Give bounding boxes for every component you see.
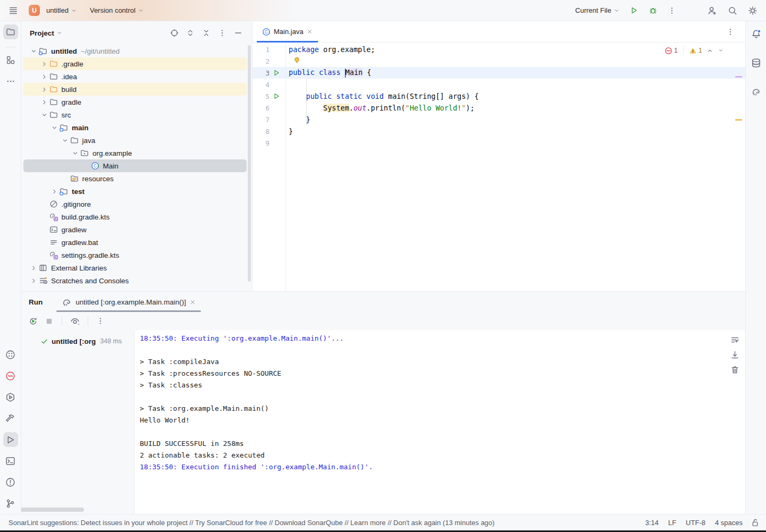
terminal-tool-button[interactable] [3,453,18,468]
tree-item-build-gradle-kts[interactable]: Kbuild.gradle.kts [23,210,247,223]
prev-problem-button[interactable] [706,47,713,54]
vcs-widget[interactable]: Version control [87,3,147,19]
tree-chevron-icon[interactable] [60,137,70,144]
hide-panel-button[interactable] [234,29,242,37]
more-tool-windows-button[interactable] [3,74,18,89]
run-tab[interactable]: untitled [:org.example.Main.main()] [56,292,201,312]
tree-item-build[interactable]: build [23,83,247,96]
indent-widget[interactable]: 4 spaces [710,518,747,528]
code-editor[interactable]: 1package org.example;23public class Main… [252,43,745,291]
tree-chevron-icon[interactable] [39,99,49,106]
code-line-5[interactable]: 5 public static void main(String[] args)… [252,90,745,102]
tree-chevron-icon[interactable] [39,86,49,93]
tree-chevron-icon[interactable] [49,188,60,195]
tree-item-scratches-and-consoles[interactable]: Scratches and Consoles [23,274,247,287]
line-separator-widget[interactable]: LF [663,518,681,528]
inspections-widget[interactable]: 1 1 [664,46,724,55]
panel-options-button[interactable] [218,29,226,37]
expand-all-button[interactable] [186,29,195,37]
run-button[interactable] [626,3,642,19]
encoding-widget[interactable]: UTF-8 [681,518,710,528]
tree-chevron-icon[interactable] [39,112,49,119]
main-menu-button[interactable] [5,3,21,19]
tree-chevron-icon[interactable] [70,150,80,157]
run-line-button[interactable] [270,69,283,77]
run-tree-item[interactable]: untitled [:org 348 ms [21,334,134,348]
error-count[interactable]: 1 [664,47,678,55]
code-line-6[interactable]: 6 System.out.println("Hello World!"); [252,102,745,114]
tree-item-src[interactable]: src [23,108,247,121]
tree-chevron-icon[interactable] [29,277,39,284]
tree-chevron-icon[interactable] [49,124,60,131]
run-options-button[interactable] [96,317,105,325]
gradle-tool-button[interactable] [748,84,763,99]
tree-item--idea[interactable]: .idea [23,70,247,83]
code-line-4[interactable]: 4 [252,79,745,90]
sonarlint-message[interactable]: SonarLint suggestions: Detect issues in … [9,519,494,527]
close-icon[interactable] [307,29,313,35]
tree-chevron-icon[interactable] [39,61,49,67]
debug-button[interactable] [645,3,661,19]
tree-chevron-icon[interactable] [29,48,39,55]
search-everywhere-button[interactable] [725,3,740,19]
tree-item-test[interactable]: test [23,185,247,198]
more-actions-button[interactable] [664,3,680,19]
run-tree-hscrollbar[interactable] [21,508,84,512]
project-tree-scrollbar[interactable] [248,45,251,282]
tree-item-settings-gradle-kts[interactable]: Ksettings.gradle.kts [23,249,247,261]
clear-console-button[interactable] [730,365,739,374]
scrollbar-mark[interactable] [735,76,742,78]
problems-tool-button[interactable] [3,475,18,489]
tree-item-main[interactable]: CMain [23,159,247,172]
warning-count[interactable]: 1 [689,47,702,55]
collapse-all-button[interactable] [202,29,211,37]
invite-user-button[interactable] [704,3,720,19]
readonly-lock-button[interactable] [751,518,760,527]
next-problem-button[interactable] [718,47,724,54]
coverage-tool-button[interactable] [3,347,18,362]
run-line-button[interactable] [270,92,283,100]
close-icon[interactable] [190,299,196,305]
structure-tool-button[interactable] [3,53,18,67]
stop-button[interactable] [45,317,54,326]
run-config-selector[interactable]: Current File [573,3,622,19]
project-view-selector[interactable]: Project [30,29,63,37]
filter-button[interactable] [70,316,80,326]
tree-item-external-libraries[interactable]: External Libraries [23,261,247,274]
tree-item-untitled[interactable]: untitled~/git/untitled [23,45,247,57]
tree-item--gradle[interactable]: .gradle [23,57,247,70]
tab-main-java[interactable]: C Main.java [257,21,318,42]
code-line-2[interactable]: 2 [252,55,745,67]
caret-position-widget[interactable]: 3:14 [641,518,663,528]
version-control-tool-button[interactable] [3,496,18,511]
tree-item-resources[interactable]: resources [23,172,247,185]
notifications-button[interactable] [748,27,763,41]
select-opened-file-button[interactable] [170,29,179,37]
tree-item-java[interactable]: java [23,134,247,147]
build-tool-button[interactable] [3,411,18,426]
code-line-9[interactable]: 9 [252,137,745,149]
tree-chevron-icon[interactable] [39,73,49,80]
settings-button[interactable] [745,3,761,19]
tree-chevron-icon[interactable] [29,265,39,272]
rerun-button[interactable] [29,317,38,326]
code-line-3[interactable]: 3public class Main { [252,67,745,79]
tree-item-main[interactable]: main [23,121,247,134]
console-output[interactable]: 18:35:50: Executing ':org.example.Main.m… [134,330,724,514]
tree-item-gradlew-bat[interactable]: gradlew.bat [23,236,247,249]
tree-item-org-example[interactable]: org.example [23,147,247,159]
code-line-7[interactable]: 7 } [252,114,745,125]
database-tool-button[interactable] [748,55,763,70]
scroll-to-end-button[interactable] [730,350,739,359]
soft-wrap-button[interactable] [730,335,739,344]
project-tool-button[interactable] [3,24,18,39]
tree-item--gitignore[interactable]: .gitignore [23,198,247,210]
editor-tabs-options-button[interactable] [726,28,735,36]
intention-bulb-icon[interactable] [293,56,301,64]
run-tool-button[interactable] [3,432,18,447]
tree-item-gradlew[interactable]: gradlew [23,223,247,236]
tree-item-gradle[interactable]: gradle [23,96,247,108]
sonarlint-tool-button[interactable] [3,368,18,383]
project-widget[interactable]: untitled [44,3,80,19]
scrollbar-mark[interactable] [735,119,742,121]
